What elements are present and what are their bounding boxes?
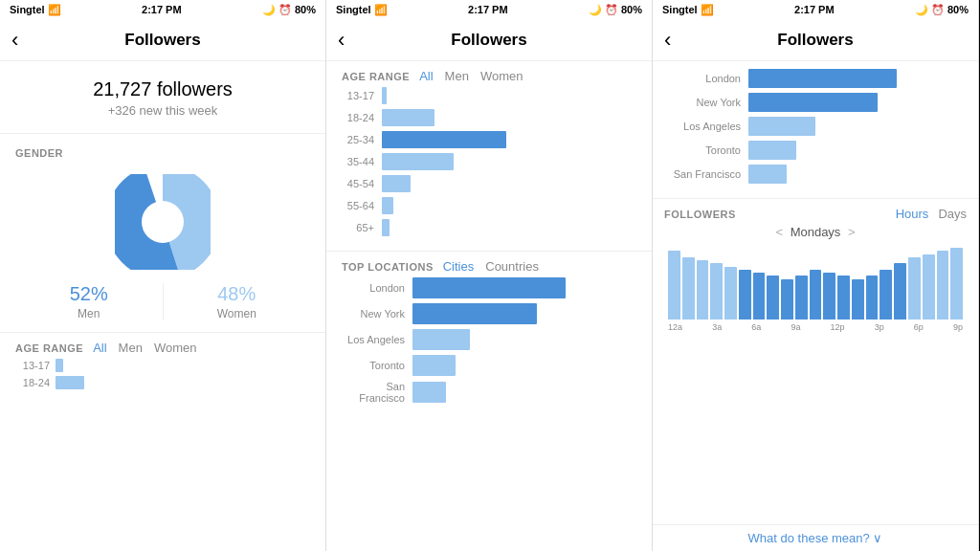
locations-title: TOP LOCATIONS	[342, 261, 434, 273]
time-bar-0	[668, 251, 680, 320]
what-link[interactable]: What do these mean? ∨	[653, 524, 978, 551]
loc-sf: San Francisco	[338, 381, 640, 404]
bar-18	[56, 376, 84, 389]
followers-summary: 21,727 followers +326 new this week	[0, 61, 325, 134]
age-range-title-1: AGE RANGE	[15, 342, 83, 354]
alarm-icon-3: ⏰	[931, 4, 945, 16]
p2-age-label-65: 65+	[338, 222, 374, 233]
city-london: London	[664, 69, 967, 88]
status-left-2: Singtel 📶	[336, 4, 388, 16]
loc-toronto: Toronto	[338, 355, 640, 376]
filter-women-1[interactable]: Women	[154, 341, 197, 355]
nav-title-2: Followers	[451, 31, 526, 50]
status-left-1: Singtel 📶	[10, 4, 61, 16]
filter-countries[interactable]: Countries	[485, 259, 539, 274]
signal-carrier-1: Singtel	[10, 4, 45, 15]
time-bar-6	[753, 273, 766, 320]
pie-chart	[115, 174, 211, 270]
status-time-2: 2:17 PM	[468, 4, 508, 15]
back-button-1[interactable]: ‹	[11, 28, 18, 53]
status-right-1: 🌙 ⏰ 80%	[262, 4, 316, 16]
men-stat: 52% Men	[15, 283, 164, 320]
time-bar-3	[710, 263, 723, 320]
filter-days[interactable]: Days	[938, 207, 967, 221]
time-bar-19	[937, 251, 949, 320]
locations-bars: London New York Los Angeles Toronto San …	[326, 277, 652, 551]
status-time-3: 2:17 PM	[794, 4, 835, 15]
age-bar-13-17: 13-17	[15, 359, 310, 372]
filter-cities[interactable]: Cities	[443, 259, 475, 274]
time-3a: 3a	[712, 322, 722, 332]
women-pct: 48%	[173, 283, 301, 305]
loc-bar-la	[412, 329, 470, 350]
time-bar-10	[810, 270, 822, 320]
locations-filter-opts: Cities Countries	[443, 259, 539, 274]
timeline-section: FOLLOWERS Hours Days < Mondays > 12a 3a …	[653, 199, 978, 524]
nav-bar-1: ‹ Followers	[0, 19, 325, 61]
filter-all-1[interactable]: All	[93, 341, 106, 355]
followers-count: 21,727 followers	[0, 78, 325, 100]
city-bar-newyork	[748, 93, 878, 112]
time-labels: 12a 3a 6a 9a 12p 3p 6p 9p	[664, 320, 967, 332]
p2-age-label-25: 25-34	[338, 134, 374, 145]
loc-bar-toronto	[412, 355, 456, 376]
time-bar-15	[880, 270, 892, 320]
time-bar-12	[837, 276, 850, 320]
back-button-2[interactable]: ‹	[338, 28, 345, 53]
loc-la: Los Angeles	[338, 329, 640, 350]
loc-london: London	[338, 277, 640, 298]
p2-age-label-13: 13-17	[338, 90, 374, 101]
loc-label-la: Los Angeles	[338, 334, 405, 345]
age-label-13: 13-17	[15, 360, 50, 371]
p2-age-label-55: 55-64	[338, 200, 374, 211]
filter-hours[interactable]: Hours	[896, 207, 929, 221]
time-bar-9	[795, 276, 808, 320]
city-bar-toronto	[748, 141, 796, 160]
time-bar-16	[894, 263, 906, 320]
p2-age-label-45: 45-54	[338, 178, 374, 189]
city-bar-london	[748, 69, 897, 88]
women-label: Women	[173, 307, 301, 320]
battery-3: 80%	[947, 4, 969, 15]
p2-bar-55	[382, 197, 393, 214]
panel-2: Singtel 📶 2:17 PM 🌙 ⏰ 80% ‹ Followers AG…	[326, 0, 653, 551]
followers-new: +326 new this week	[0, 103, 325, 118]
gender-title: GENDER	[0, 134, 325, 165]
status-bar-3: Singtel 📶 2:17 PM 🌙 ⏰ 80%	[653, 0, 978, 19]
age-range-header-1: AGE RANGE All Men Women	[0, 333, 325, 359]
wifi-icon-3: 📶	[701, 4, 714, 16]
time-9p: 9p	[953, 322, 963, 332]
age-filter-women-2[interactable]: Women	[480, 69, 523, 83]
age-filter-all-2[interactable]: All	[419, 69, 433, 83]
p2-age-45: 45-54	[338, 175, 640, 192]
battery-2: 80%	[621, 4, 642, 15]
pie-container	[15, 165, 310, 283]
time-bar-8	[781, 279, 793, 320]
panel-3: Singtel 📶 2:17 PM 🌙 ⏰ 80% ‹ Followers Lo…	[653, 0, 979, 551]
city-label-la: Los Angeles	[664, 121, 741, 132]
gender-section: GENDER 52% Men 48% Women	[0, 134, 325, 333]
chevron-left-icon[interactable]: <	[775, 225, 783, 239]
back-button-3[interactable]: ‹	[664, 28, 671, 53]
loc-newyork: New York	[338, 303, 640, 324]
filter-men-1[interactable]: Men	[119, 341, 143, 355]
age-filter-men-2[interactable]: Men	[445, 69, 469, 83]
time-3p: 3p	[875, 322, 884, 332]
timeline-header: FOLLOWERS Hours Days	[664, 207, 967, 221]
time-6a: 6a	[751, 322, 761, 332]
time-bar-4	[724, 267, 737, 320]
nav-title-3: Followers	[777, 31, 853, 50]
day-label: Mondays	[791, 225, 841, 239]
p2-age-18: 18-24	[338, 109, 640, 126]
timeline-bar-chart	[664, 243, 967, 320]
p2-age-55: 55-64	[338, 197, 640, 214]
city-label-newyork: New York	[664, 97, 741, 108]
time-bar-7	[767, 276, 779, 320]
p2-bar-65	[382, 219, 390, 236]
status-left-3: Singtel 📶	[662, 4, 714, 16]
time-bar-14	[866, 276, 879, 320]
chevron-right-icon[interactable]: >	[848, 225, 856, 239]
p2-bar-35	[382, 153, 454, 170]
svg-point-2	[142, 201, 184, 243]
p2-bar-25	[382, 131, 506, 148]
